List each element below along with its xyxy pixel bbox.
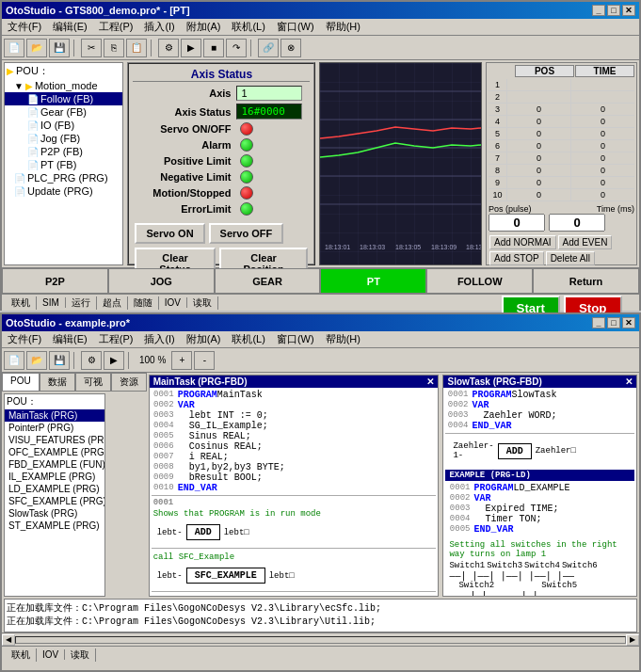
- slow-task-panel: SlowTask (PRG-FBD) ✕ 0001 PROGRAM SlowTa…: [442, 375, 637, 597]
- time-value-input[interactable]: [549, 214, 605, 232]
- tab-visual[interactable]: 可视: [75, 373, 111, 391]
- axis-number-input[interactable]: [236, 86, 302, 101]
- menu-insert[interactable]: 插入(I): [140, 19, 178, 35]
- menu-edit[interactable]: 编辑(E): [49, 19, 91, 35]
- bottom-menu-file[interactable]: 文件(F): [4, 331, 45, 347]
- bottom-tb-sep-1: [73, 352, 77, 369]
- bottom-tree-sfc[interactable]: SFC_EXAMPLE (PRG): [5, 495, 104, 507]
- bottom-tree-ofc[interactable]: OFC_EXAMPLE (PRG): [5, 446, 104, 458]
- ld-kw-endvar: END_VAR: [473, 524, 513, 535]
- bottom-tree-il[interactable]: IL_EXAMPLE (PRG): [5, 471, 104, 483]
- bottom-maximize-button[interactable]: □: [607, 317, 620, 328]
- bottom-minimize-button[interactable]: _: [592, 317, 605, 328]
- tree-jog[interactable]: 📄 Jog (FB): [5, 132, 122, 145]
- tb-new[interactable]: 📄: [4, 39, 24, 57]
- close-button[interactable]: ✕: [622, 5, 635, 16]
- ld-code: 0001 PROGRAM LD_EXAMPLE 0002 VAR 0003 Ex…: [445, 481, 634, 536]
- scroll-right-button[interactable]: ▶: [626, 634, 639, 646]
- tb-cut[interactable]: ✂: [81, 39, 102, 57]
- bottom-menu-online[interactable]: 联机(L): [228, 331, 268, 347]
- delete-all-button[interactable]: Delete All: [546, 251, 595, 265]
- tb-copy[interactable]: ⎘: [104, 39, 124, 57]
- tree-gear[interactable]: 📄 Gear (FB): [5, 105, 122, 119]
- bottom-menu-extra[interactable]: 附加(A): [183, 331, 225, 347]
- tree-update[interactable]: 📄 Update (PRG): [5, 184, 122, 198]
- main-task-close-icon[interactable]: ✕: [426, 376, 434, 387]
- slow-task-header-label: SlowTask (PRG-FBD): [447, 376, 541, 387]
- minimize-button[interactable]: _: [592, 5, 605, 16]
- add-even-button[interactable]: Add EVEN: [558, 235, 613, 249]
- tb-paste[interactable]: 📋: [126, 39, 147, 57]
- menu-project[interactable]: 工程(P): [95, 19, 137, 35]
- nav-pt[interactable]: PT: [320, 268, 426, 294]
- nav-p2p[interactable]: P2P: [2, 268, 108, 294]
- bottom-menu-help[interactable]: 帮助(H): [322, 331, 364, 347]
- slow-task-close-icon[interactable]: ✕: [625, 376, 633, 387]
- menu-extra[interactable]: 附加(A): [183, 19, 225, 35]
- nav-jog[interactable]: JOG: [108, 268, 215, 294]
- bottom-main-content: POU 数据 可视 资源 POU： MainTask (PRG) Pointer…: [2, 373, 639, 599]
- scroll-left-button[interactable]: ◀: [2, 634, 15, 646]
- menu-online[interactable]: 联机(L): [228, 19, 268, 35]
- bottom-tree-fbd[interactable]: FBD_EXAMPLE (FUN): [5, 458, 104, 471]
- bottom-tree-st[interactable]: ST_EXAMPLE (PRG): [5, 520, 104, 532]
- tb-compile[interactable]: ⚙: [158, 39, 179, 57]
- tb-stop[interactable]: ■: [203, 39, 224, 57]
- bottom-tree-slowtask[interactable]: SlowTask (PRG): [5, 507, 104, 520]
- bottom-tb-zoom-out[interactable]: -: [194, 351, 215, 370]
- bottom-tb-open[interactable]: 📂: [26, 351, 47, 370]
- tree-motion-mode[interactable]: ▼ ▶ Motion_mode: [5, 79, 122, 92]
- add-normal-button[interactable]: Add NORMAI: [489, 235, 556, 249]
- nav-follow[interactable]: FOLLOW: [426, 268, 533, 294]
- bottom-menu-project[interactable]: 工程(P): [95, 331, 137, 347]
- table-row: 7 0 0: [489, 152, 634, 165]
- chart-area: 18:13:01 18:13:03 18:13:05 18:13:09 18:1…: [319, 62, 482, 265]
- tab-data[interactable]: 数据: [40, 373, 75, 391]
- row-pos: 0: [507, 140, 571, 152]
- row-no: 10: [489, 189, 507, 200]
- slow-const-input: 1-: [453, 451, 493, 460]
- axis-row-pos-limit: Positive Limit: [133, 154, 310, 168]
- bottom-tree-pointerp[interactable]: PointerP (PRG): [5, 422, 104, 434]
- bottom-tb-compile[interactable]: ⚙: [81, 351, 102, 370]
- tab-resource[interactable]: 资源: [111, 373, 147, 391]
- rung-add-output: lebt□: [224, 528, 249, 537]
- maximize-button[interactable]: □: [607, 5, 620, 16]
- rung-0001-diagram: lebt- ADD lebt□: [153, 520, 435, 544]
- bottom-tree-ld[interactable]: LD_EXAMPLE (PRG): [5, 483, 104, 495]
- servo-off-button[interactable]: Servo OFF: [209, 223, 284, 244]
- bottom-tb-zoom-in[interactable]: +: [171, 351, 192, 370]
- tb-open[interactable]: 📂: [26, 39, 47, 57]
- tree-plc-prg[interactable]: 📄 PLC_PRG (PRG): [5, 171, 122, 184]
- tree-pt[interactable]: 📄 PT (FB): [5, 158, 122, 171]
- tree-follow[interactable]: 📄 Follow (FB): [5, 92, 122, 105]
- tree-io[interactable]: 📄 IO (FB): [5, 119, 122, 132]
- zoom-label: 100 %: [136, 355, 169, 365]
- bottom-tb-run[interactable]: ▶: [104, 351, 124, 370]
- tb-online[interactable]: 🔗: [258, 39, 279, 57]
- tb-save[interactable]: 💾: [49, 39, 70, 57]
- bottom-menu-insert[interactable]: 插入(I): [140, 331, 178, 347]
- bottom-tree-visu[interactable]: VISU_FEATURES (PRG: [5, 434, 104, 446]
- servo-on-button[interactable]: Servo ON: [135, 223, 204, 244]
- tb-run[interactable]: ▶: [181, 39, 201, 57]
- bottom-tb-save[interactable]: 💾: [49, 351, 70, 370]
- bottom-scrollbar[interactable]: ◀ ▶: [2, 632, 639, 646]
- bottom-menu-window[interactable]: 窗口(W): [273, 331, 318, 347]
- tb-offline[interactable]: ⊗: [280, 39, 301, 57]
- tree-p2p[interactable]: 📄 P2P (FB): [5, 145, 122, 158]
- tab-pou[interactable]: POU: [2, 373, 40, 391]
- menu-file[interactable]: 文件(F): [4, 19, 45, 35]
- add-stop-button[interactable]: Add STOP: [489, 251, 544, 265]
- bottom-tb-new[interactable]: 📄: [4, 351, 24, 370]
- bottom-close-button[interactable]: ✕: [622, 317, 635, 328]
- menu-window[interactable]: 窗口(W): [273, 19, 318, 35]
- menu-help[interactable]: 帮助(H): [322, 19, 364, 35]
- var-sinus: Sinus REAL;: [178, 431, 251, 441]
- pos-value-input[interactable]: [489, 214, 545, 232]
- bottom-menu-edit[interactable]: 编辑(E): [49, 331, 91, 347]
- nav-gear[interactable]: GEAR: [215, 268, 321, 294]
- nav-return[interactable]: Return: [533, 268, 639, 294]
- bottom-tree-maintask[interactable]: MainTask (PRG): [5, 409, 104, 422]
- tb-step[interactable]: ↷: [226, 39, 247, 57]
